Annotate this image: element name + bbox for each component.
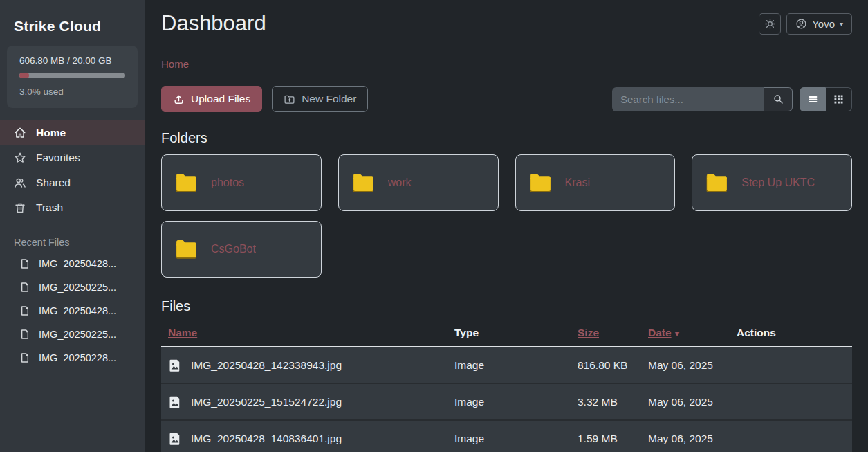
recent-file-item[interactable]: IMG_20250428... — [0, 299, 145, 323]
file-date: May 06, 2025 — [648, 347, 737, 383]
file-date: May 06, 2025 — [648, 420, 737, 452]
folders-heading: Folders — [161, 130, 852, 146]
app-title: Strike Cloud — [0, 14, 145, 44]
toolbar: Upload Files New Folder — [161, 86, 852, 112]
search-group — [612, 87, 793, 111]
file-size: 3.32 MB — [578, 383, 648, 420]
grid-view-button[interactable] — [826, 87, 852, 111]
main-content: Dashboard Yovo ▾ Home Upload Files New F… — [145, 0, 868, 452]
upload-files-button[interactable]: Upload Files — [161, 86, 262, 112]
recent-file-item[interactable]: IMG_20250225... — [0, 275, 145, 299]
file-actions — [737, 383, 852, 420]
home-icon — [14, 127, 26, 139]
folder-icon — [351, 172, 376, 193]
user-name: Yovo — [812, 18, 835, 30]
topbar: Dashboard Yovo ▾ — [161, 11, 852, 36]
storage-card: 606.80 MB / 20.00 GB 3.0% used — [7, 46, 138, 108]
folder-card-step-up-uktc[interactable]: Step Up UKTC — [692, 154, 852, 211]
people-icon — [14, 177, 26, 189]
files-table: Name Type Size Date▼ Actions IMG_2025042… — [161, 321, 852, 452]
folder-card-csgobot[interactable]: CsGoBot — [161, 221, 322, 278]
storage-percent: 3.0% used — [19, 87, 125, 97]
file-type: Image — [454, 383, 578, 420]
header-divider — [161, 46, 852, 46]
files-heading: Files — [161, 298, 852, 314]
folder-name: Step Up UKTC — [741, 177, 815, 189]
search-input[interactable] — [612, 87, 764, 111]
folder-name: work — [388, 177, 412, 189]
sidebar-item-label: Home — [36, 127, 66, 139]
column-header-type: Type — [454, 321, 578, 347]
recent-files-heading: Recent Files — [0, 220, 145, 252]
sidebar-item-label: Shared — [36, 177, 71, 189]
recent-file-item[interactable]: IMG_20250228... — [0, 346, 145, 370]
person-circle-icon — [795, 18, 807, 30]
file-size: 816.80 KB — [578, 347, 648, 383]
file-type: Image — [454, 347, 578, 383]
sort-by-date-link[interactable]: Date — [648, 327, 672, 338]
sidebar-item-trash[interactable]: Trash — [0, 195, 145, 220]
file-name: IMG_20250225_151524722.jpg — [191, 396, 342, 408]
breadcrumb: Home — [161, 58, 852, 70]
file-name: IMG_20250428_142338943.jpg — [191, 359, 342, 372]
sidebar-item-shared[interactable]: Shared — [0, 170, 145, 195]
sidebar-item-home[interactable]: Home — [0, 120, 145, 145]
storage-usage: 606.80 MB / 20.00 GB — [19, 55, 125, 66]
file-type: Image — [454, 420, 578, 452]
folder-card-krasi[interactable]: Krasi — [515, 154, 676, 211]
file-icon — [19, 258, 30, 269]
sidebar: Strike Cloud 606.80 MB / 20.00 GB 3.0% u… — [0, 0, 145, 452]
file-row[interactable]: IMG_20250428_140836401.jpg Image 1.59 MB… — [161, 420, 852, 452]
files-table-header-row: Name Type Size Date▼ Actions — [161, 321, 852, 347]
user-menu-button[interactable]: Yovo ▾ — [786, 13, 852, 35]
image-file-icon — [168, 432, 182, 446]
recent-file-item[interactable]: IMG_20250428... — [0, 252, 145, 275]
sort-desc-icon[interactable]: ▼ — [674, 329, 681, 338]
sort-by-name-link[interactable]: Name — [168, 327, 197, 338]
folder-plus-icon — [284, 93, 295, 105]
upload-icon — [173, 93, 185, 105]
sort-by-size-link[interactable]: Size — [578, 327, 599, 338]
folder-icon — [705, 172, 729, 193]
chevron-down-icon: ▾ — [840, 20, 843, 28]
file-icon — [19, 329, 30, 340]
folder-name: CsGoBot — [211, 243, 256, 255]
recent-files-list: IMG_20250428... IMG_20250225... IMG_2025… — [0, 252, 145, 370]
folder-name: Krasi — [565, 177, 590, 189]
column-header-actions: Actions — [737, 321, 852, 347]
folder-icon — [174, 239, 198, 260]
sidebar-item-favorites[interactable]: Favorites — [0, 145, 145, 170]
file-name: IMG_20250428_140836401.jpg — [191, 433, 342, 445]
recent-file-item[interactable]: IMG_20250225... — [0, 323, 145, 346]
search-button[interactable] — [764, 87, 793, 111]
trash-icon — [14, 201, 26, 214]
image-file-icon — [168, 395, 182, 409]
theme-toggle-button[interactable] — [759, 13, 781, 35]
sidebar-item-label: Trash — [36, 201, 63, 214]
folder-grid: photos work Krasi Step Up UKTC CsGoBot — [161, 154, 852, 278]
file-icon — [19, 352, 30, 363]
list-view-icon — [807, 93, 819, 105]
sidebar-nav: Home Favorites Shared Trash — [0, 120, 145, 220]
folder-name: photos — [211, 177, 244, 189]
file-row[interactable]: IMG_20250225_151524722.jpg Image 3.32 MB… — [161, 383, 852, 420]
view-toggle — [800, 87, 852, 111]
folder-icon — [174, 172, 198, 193]
search-icon — [773, 93, 784, 105]
folder-card-photos[interactable]: photos — [161, 154, 322, 211]
folder-card-work[interactable]: work — [338, 154, 499, 211]
sun-icon — [764, 18, 776, 30]
file-row[interactable]: IMG_20250428_142338943.jpg Image 816.80 … — [161, 347, 852, 383]
new-folder-button[interactable]: New Folder — [272, 86, 368, 112]
sidebar-item-label: Favorites — [36, 152, 80, 164]
file-actions — [737, 347, 852, 383]
file-size: 1.59 MB — [578, 420, 648, 452]
image-file-icon — [168, 359, 182, 372]
list-view-button[interactable] — [800, 87, 826, 111]
storage-progress-fill — [19, 73, 29, 78]
file-actions — [737, 420, 852, 452]
grid-view-icon — [833, 93, 844, 105]
page-title: Dashboard — [161, 11, 266, 36]
file-icon — [19, 305, 30, 316]
breadcrumb-home-link[interactable]: Home — [161, 58, 189, 70]
